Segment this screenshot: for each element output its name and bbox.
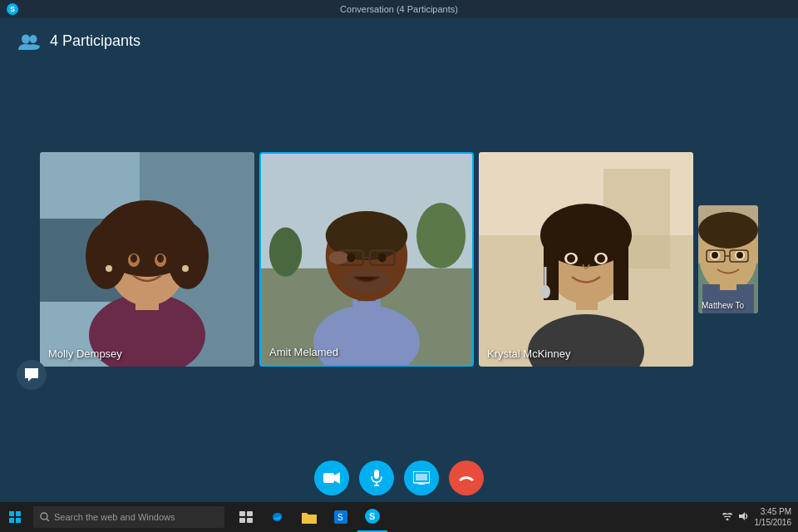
svg-point-1 (30, 35, 37, 43)
video-tile-matthew: Matthew To (698, 205, 758, 313)
svg-point-56 (712, 252, 718, 259)
svg-point-14 (131, 254, 137, 263)
svg-text:S: S (369, 511, 375, 521)
video-button[interactable] (314, 461, 349, 495)
taskbar-search[interactable]: Search the web and Windows (33, 506, 224, 528)
svg-rect-72 (9, 511, 14, 516)
svg-rect-65 (374, 470, 379, 479)
end-call-button[interactable] (449, 461, 484, 495)
window-title: Conversation (4 Participants) (340, 4, 458, 14)
svg-marker-64 (334, 472, 340, 484)
svg-point-49 (597, 254, 605, 263)
svg-point-45 (540, 285, 550, 298)
svg-point-32 (347, 254, 355, 263)
svg-rect-80 (239, 518, 245, 523)
edge-icon[interactable] (263, 502, 293, 532)
mic-button[interactable] (359, 461, 394, 495)
taskbar-icons: S S (231, 502, 387, 532)
chat-button[interactable] (17, 360, 47, 390)
svg-line-77 (47, 519, 49, 521)
title-bar: S Conversation (4 Participants) (0, 0, 798, 18)
participants-label: 4 Participants (50, 32, 140, 50)
svg-point-33 (378, 254, 387, 263)
svg-point-57 (736, 252, 743, 259)
svg-point-17 (182, 265, 189, 272)
svg-point-15 (157, 254, 164, 263)
svg-rect-75 (16, 518, 21, 523)
participant-name-krystal: Krystal McKinney (487, 347, 570, 360)
svg-marker-87 (739, 512, 745, 520)
svg-point-86 (726, 519, 728, 521)
svg-point-31 (329, 251, 349, 264)
start-button[interactable] (0, 502, 30, 532)
screen-share-button[interactable] (404, 461, 439, 495)
svg-point-53 (698, 212, 758, 249)
participant-name-matthew: Matthew To (702, 301, 744, 310)
svg-point-21 (269, 228, 302, 277)
svg-point-48 (567, 254, 575, 263)
participant-name-molly: Molly Dempsey (48, 347, 122, 360)
participants-icon (17, 29, 42, 54)
store-icon[interactable]: S (326, 502, 356, 532)
video-tile-molly: Molly Dempsey (40, 152, 254, 367)
svg-rect-79 (247, 511, 253, 516)
controls-bar (0, 455, 798, 500)
svg-rect-74 (9, 518, 14, 523)
network-icon (722, 512, 733, 522)
skype-logo-icon: S (7, 3, 18, 15)
search-placeholder: Search the web and Windows (54, 512, 175, 522)
task-view-icon[interactable] (231, 502, 261, 532)
svg-rect-73 (16, 511, 21, 516)
svg-point-22 (416, 203, 466, 268)
taskbar: Search the web and Windows (0, 502, 798, 532)
svg-point-76 (41, 513, 47, 520)
svg-rect-62 (720, 273, 736, 290)
svg-point-0 (22, 34, 30, 43)
video-grid: Molly Dempsey (0, 152, 798, 367)
svg-rect-78 (239, 511, 245, 516)
video-tile-amit: Amit Melamed (259, 152, 474, 367)
svg-rect-43 (613, 234, 628, 300)
svg-rect-69 (416, 474, 427, 480)
svg-rect-63 (323, 473, 334, 483)
svg-text:S: S (337, 513, 343, 522)
svg-rect-81 (247, 518, 253, 523)
taskbar-right: 3:45 PM 1/15/2016 (722, 506, 799, 528)
svg-point-16 (106, 265, 112, 272)
skype-taskbar-icon[interactable]: S (357, 502, 387, 532)
svg-point-11 (106, 200, 189, 250)
participant-name-amit: Amit Melamed (269, 346, 338, 358)
taskbar-time: 3:45 PM 1/15/2016 (755, 506, 792, 528)
explorer-icon[interactable] (294, 502, 324, 532)
main-content: Molly Dempsey (0, 64, 798, 455)
header: 4 Participants (0, 18, 798, 64)
volume-icon (738, 511, 750, 523)
video-tile-krystal: Krystal McKinney (479, 152, 693, 367)
